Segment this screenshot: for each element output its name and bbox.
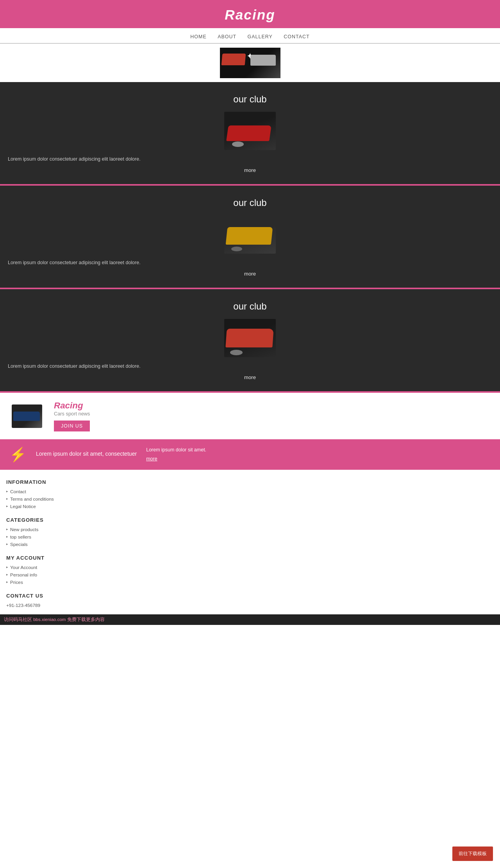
footer-my-account: My ACCOUNT Your Account Personal info Pr… [6, 555, 494, 585]
list-item: Your Account [6, 565, 494, 570]
section3-title: our club [8, 301, 492, 312]
promo-subtitle: Cars sport news [54, 411, 90, 417]
banner-description: Lorem ipsum dolor sit amet. [146, 447, 491, 453]
promo-section: Racing Cars sport news JOIN US [0, 393, 500, 439]
list-item: Prices [6, 580, 494, 585]
promo-car-image [12, 404, 42, 428]
club-section-3: our club Lorem ipsum dolor consectetuer … [0, 289, 500, 391]
club-section-1: our club Lorem ipsum dolor consectetuer … [0, 82, 500, 184]
footer: INFORMATION Contact Terms and conditions… [0, 470, 500, 614]
footer-information-heading: INFORMATION [6, 479, 494, 485]
list-item: Specials [6, 542, 494, 547]
footer-link-specials[interactable]: Specials [10, 542, 28, 547]
section2-more-link[interactable]: more [8, 271, 492, 277]
join-us-button[interactable]: JOIN US [54, 421, 90, 431]
hero-image: ✦ [220, 48, 280, 78]
footer-my-account-list: Your Account Personal info Prices [6, 565, 494, 585]
nav-contact[interactable]: CONTACT [284, 34, 309, 39]
list-item: Terms and conditions [6, 496, 494, 502]
section2-text: Lorem ipsum dolor consectetuer adipiscin… [8, 260, 492, 265]
footer-link-contact[interactable]: Contact [10, 489, 26, 494]
banner-title: Lorem ipsum dolor sit amet, consectetuer [36, 451, 137, 457]
footer-link-new-products[interactable]: New products [10, 527, 38, 532]
banner-more-link[interactable]: more [146, 456, 157, 462]
section3-car-image [224, 319, 276, 357]
hero-section: ✦ [0, 44, 500, 82]
footer-categories-list: New products top sellers Specials [6, 527, 494, 547]
promo-title: Racing [54, 401, 90, 411]
section2-title: our club [8, 197, 492, 208]
footer-link-legal[interactable]: Legal Notice [10, 504, 36, 509]
list-item: Legal Notice [6, 504, 494, 509]
section1-car-image [224, 112, 276, 150]
site-title: Racing [0, 7, 500, 23]
footer-contact-us: CONTACT US +91-123-456789 [6, 593, 494, 608]
main-nav: HOME ABOUT GALLERY CONTACT [0, 28, 500, 44]
nav-gallery[interactable]: GALLERY [248, 34, 273, 39]
list-item: Personal info [6, 572, 494, 578]
footer-link-terms[interactable]: Terms and conditions [10, 496, 54, 502]
section1-title: our club [8, 94, 492, 105]
footer-my-account-heading: My ACCOUNT [6, 555, 494, 561]
footer-link-personal-info[interactable]: Personal info [10, 572, 37, 578]
section2-car-image [224, 215, 276, 254]
section1-text: Lorem ipsum dolor consectetuer adipiscin… [8, 156, 492, 162]
banner-right: Lorem ipsum dolor sit amet. more [146, 447, 491, 462]
promo-text-block: Racing Cars sport news JOIN US [54, 401, 90, 431]
watermark-bar: 访问码马社区 bbs.xieniao.com 免费下载更多内容 [0, 614, 500, 625]
nav-home[interactable]: HOME [190, 34, 206, 39]
nav-about[interactable]: ABOUT [218, 34, 236, 39]
club-section-2: our club Lorem ipsum dolor consectetuer … [0, 186, 500, 288]
list-item: top sellers [6, 534, 494, 540]
section3-text: Lorem ipsum dolor consectetuer adipiscin… [8, 363, 492, 369]
footer-categories: CATEGORIES New products top sellers Spec… [6, 517, 494, 547]
footer-information: INFORMATION Contact Terms and conditions… [6, 479, 494, 509]
list-item: New products [6, 527, 494, 532]
lightning-icon: ⚡ [9, 446, 27, 463]
footer-link-prices[interactable]: Prices [10, 580, 23, 585]
hero-star-icon: ✦ [246, 51, 254, 61]
section3-more-link[interactable]: more [8, 374, 492, 380]
footer-phone: +91-123-456789 [6, 603, 494, 608]
pink-banner: ⚡ Lorem ipsum dolor sit amet, consectetu… [0, 439, 500, 470]
footer-information-list: Contact Terms and conditions Legal Notic… [6, 489, 494, 509]
footer-categories-heading: CATEGORIES [6, 517, 494, 523]
section1-more-link[interactable]: more [8, 167, 492, 173]
watermark-text: 访问码马社区 bbs.xieniao.com 免费下载更多内容 [4, 617, 105, 622]
footer-link-top-sellers[interactable]: top sellers [10, 534, 31, 540]
list-item: Contact [6, 489, 494, 494]
site-header: Racing [0, 0, 500, 28]
footer-link-your-account[interactable]: Your Account [10, 565, 37, 570]
footer-contact-heading: CONTACT US [6, 593, 494, 599]
banner-left: Lorem ipsum dolor sit amet, consectetuer [36, 451, 137, 458]
